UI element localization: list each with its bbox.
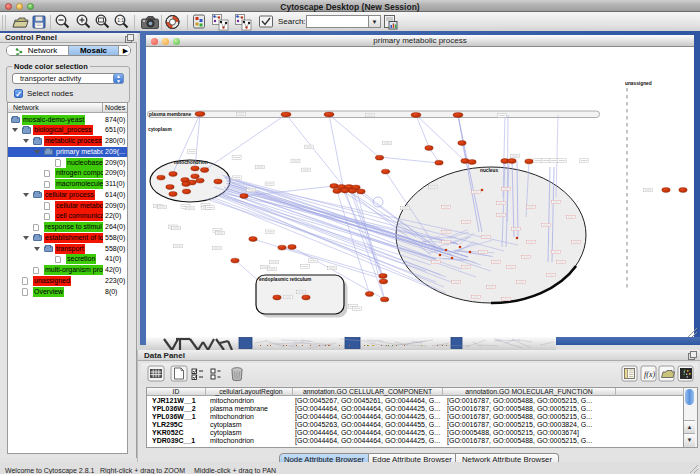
svg-text:endoplasmic reticulum: endoplasmic reticulum xyxy=(259,277,311,282)
svg-text:1:1: 1:1 xyxy=(117,17,124,23)
svg-text:cytoplasm: cytoplasm xyxy=(148,127,172,132)
svg-text:mitochondrion: mitochondrion xyxy=(174,160,208,165)
svg-text:plasma membrane: plasma membrane xyxy=(149,112,191,117)
svg-text:nucleus: nucleus xyxy=(480,168,498,173)
svg-text:unassigned: unassigned xyxy=(625,81,652,86)
svg-text:f(x): f(x) xyxy=(644,370,655,379)
